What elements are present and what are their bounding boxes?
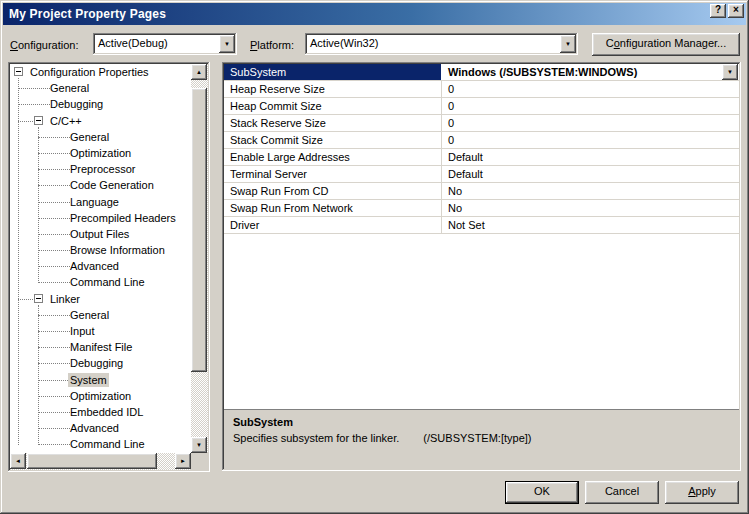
tree-item-label: Linker	[48, 292, 82, 306]
tree-connector	[38, 250, 70, 251]
tree-connector	[38, 137, 70, 138]
tree-connector	[38, 412, 70, 413]
configuration-select-value: Active(Debug)	[98, 37, 168, 49]
platform-dropdown-button[interactable]: ▼	[560, 35, 576, 53]
tree-collapse-minus-icon[interactable]	[14, 67, 23, 76]
property-row-swap-run-from-network[interactable]: Swap Run From NetworkNo	[224, 200, 739, 217]
property-value-text: 0	[448, 117, 454, 129]
property-row-stack-reserve-size[interactable]: Stack Reserve Size0	[224, 115, 739, 132]
category-tree-panel: Configuration PropertiesGeneralDebugging…	[8, 62, 210, 472]
description-title: SubSystem	[233, 416, 730, 428]
horizontal-scroll-thumb[interactable]	[27, 453, 157, 469]
property-value[interactable]: Not Set	[442, 217, 739, 233]
titlebar[interactable]: My Project Property Pages	[3, 3, 746, 25]
tree-collapse-minus-icon[interactable]	[34, 116, 43, 125]
tree-item-label: Input	[68, 324, 96, 338]
property-value[interactable]: 0	[442, 132, 739, 148]
tree-connector	[38, 234, 70, 235]
property-row-terminal-server[interactable]: Terminal ServerDefault	[224, 166, 739, 183]
property-value[interactable]: 0	[442, 115, 739, 131]
property-value-text: Default	[448, 168, 483, 180]
tree-connector	[38, 169, 70, 170]
tree-vertical-scrollbar[interactable]: ▲ ▼	[191, 64, 208, 453]
close-button[interactable]: ×	[728, 4, 744, 18]
cancel-button-label: Cancel	[605, 485, 639, 497]
property-name: Swap Run From CD	[224, 183, 442, 199]
tree-item-label: C/C++	[48, 114, 84, 128]
tree-connector	[38, 266, 70, 267]
property-name: Swap Run From Network	[224, 200, 442, 216]
property-value[interactable]: No	[442, 200, 739, 216]
apply-button[interactable]: Apply	[665, 481, 739, 504]
tree-item-configuration-properties[interactable]: Configuration Properties	[10, 64, 191, 80]
tree-connector	[38, 185, 70, 186]
scroll-up-button[interactable]: ▲	[191, 64, 207, 80]
scroll-left-button[interactable]: ◄	[10, 453, 26, 469]
property-row-heap-commit-size[interactable]: Heap Commit Size0	[224, 98, 739, 115]
property-value[interactable]: 0	[442, 81, 739, 97]
tree-item-debugging[interactable]: Debugging	[10, 96, 191, 112]
property-row-enable-large-addresses[interactable]: Enable Large AddressesDefault	[224, 149, 739, 166]
tree-item-label: System	[68, 373, 109, 387]
help-icon: ?	[715, 4, 721, 15]
property-value-text: No	[448, 185, 462, 197]
platform-label: Platform:	[250, 39, 294, 51]
property-row-driver[interactable]: DriverNot Set	[224, 217, 739, 234]
property-row-swap-run-from-cd[interactable]: Swap Run From CDNo	[224, 183, 739, 200]
property-value-text: 0	[448, 134, 454, 146]
chevron-down-icon: ▼	[565, 41, 571, 47]
property-value-text: 0	[448, 100, 454, 112]
property-row-stack-commit-size[interactable]: Stack Commit Size0	[224, 132, 739, 149]
configuration-select[interactable]: Active(Debug) ▼	[93, 33, 237, 55]
tree-connector	[38, 396, 70, 397]
configuration-manager-button[interactable]: Configuration Manager...	[592, 33, 740, 56]
tree-item-label: Browse Information	[68, 243, 167, 257]
tree-item-label: Optimization	[68, 389, 133, 403]
configuration-dropdown-button[interactable]: ▼	[219, 35, 235, 53]
property-value[interactable]: Windows (/SUBSYSTEM:WINDOWS)▼	[442, 64, 739, 80]
tree-horizontal-scrollbar[interactable]: ◄ ►	[10, 453, 191, 470]
tree-item-label: Embedded IDL	[68, 405, 145, 419]
tree-connector	[18, 299, 33, 300]
property-grid-panel: SubSystemWindows (/SUBSYSTEM:WINDOWS)▼He…	[222, 62, 741, 471]
property-name: Driver	[224, 217, 442, 233]
scroll-down-button[interactable]: ▼	[191, 437, 207, 453]
property-value[interactable]: Default	[442, 149, 739, 165]
scroll-right-button[interactable]: ►	[175, 453, 191, 469]
scrollbar-corner	[191, 453, 208, 470]
property-value[interactable]: 0	[442, 98, 739, 114]
configuration-label-rest: onfiguration:	[18, 39, 79, 51]
tree-item-label: Language	[68, 195, 121, 209]
vertical-scroll-thumb[interactable]	[191, 88, 207, 372]
property-name: Heap Reserve Size	[224, 81, 442, 97]
tree-item-general[interactable]: General	[10, 80, 191, 96]
help-button[interactable]: ?	[710, 4, 726, 18]
tree-item-label: General	[48, 81, 91, 95]
tree-collapse-minus-icon[interactable]	[34, 294, 43, 303]
configuration-label-accesskey: C	[10, 39, 18, 51]
property-row-subsystem[interactable]: SubSystemWindows (/SUBSYSTEM:WINDOWS)▼	[224, 64, 739, 81]
chevron-down-icon: ▼	[224, 41, 230, 47]
ok-button[interactable]: OK	[505, 481, 579, 504]
tree-guide-line	[38, 305, 39, 445]
scroll-down-icon: ▼	[196, 442, 202, 448]
scroll-left-icon: ◄	[15, 458, 21, 464]
cancel-button[interactable]: Cancel	[585, 481, 659, 504]
property-row-heap-reserve-size[interactable]: Heap Reserve Size0	[224, 81, 739, 98]
property-name: Terminal Server	[224, 166, 442, 182]
tree-connector	[38, 380, 70, 381]
tree-item-label: Command Line	[68, 275, 147, 289]
property-value[interactable]: No	[442, 183, 739, 199]
value-dropdown-button[interactable]: ▼	[722, 64, 738, 80]
platform-select[interactable]: Active(Win32) ▼	[305, 33, 578, 55]
close-icon: ×	[733, 4, 739, 15]
apply-accesskey: A	[688, 485, 695, 497]
tree-connector	[38, 347, 70, 348]
tree-item-label: Debugging	[48, 97, 105, 111]
tree-item-label: Advanced	[68, 259, 121, 273]
scroll-right-icon: ►	[180, 458, 186, 464]
property-value[interactable]: Default	[442, 166, 739, 182]
tree-item-label: Optimization	[68, 146, 133, 160]
platform-label-rest: latform:	[257, 39, 294, 51]
configuration-label: Configuration:	[10, 39, 79, 51]
